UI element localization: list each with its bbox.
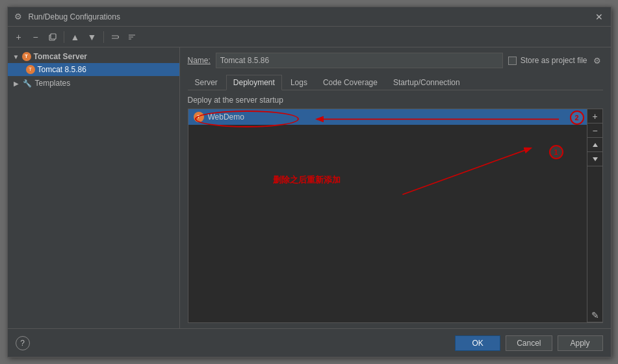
tab-server[interactable]: Server — [188, 75, 225, 90]
bottom-bar: ? OK Cancel Apply — [8, 328, 611, 357]
tree-item-templates[interactable]: ▶ 🔧 Templates — [8, 76, 179, 90]
tree-templates-label: Templates — [35, 79, 71, 88]
main-content: ▼ T Tomcat Server T Tomcat 8.5.86 ▶ 🔧 Te… — [8, 47, 611, 328]
tree-group-tomcat[interactable]: ▼ T Tomcat Server — [8, 50, 179, 63]
store-project-label: Store as project file — [521, 56, 587, 65]
store-project-checkbox[interactable] — [508, 57, 517, 65]
add-button[interactable]: + — [12, 30, 26, 44]
svg-rect-1 — [51, 34, 56, 39]
tree-item-tomcat[interactable]: T Tomcat 8.5.86 — [8, 63, 179, 76]
tree-item-label: Tomcat 8.5.86 — [38, 65, 86, 74]
toolbar: + − ▲ ▼ — [8, 27, 611, 47]
ok-button[interactable]: OK — [455, 335, 500, 351]
apply-button[interactable]: Apply — [558, 335, 603, 351]
name-label: Name: — [188, 56, 211, 65]
side-buttons: + − ✎ — [587, 109, 602, 322]
right-panel: Name: Store as project file ⚙ Server Dep… — [180, 47, 611, 328]
sort-button[interactable] — [125, 30, 139, 44]
left-panel: ▼ T Tomcat Server T Tomcat 8.5.86 ▶ 🔧 Te… — [8, 47, 180, 328]
title-bar: ⚙ Run/Debug Configurations ✕ — [8, 7, 611, 27]
tab-code-coverage[interactable]: Code Coverage — [316, 75, 385, 90]
tree-expand-arrow: ▼ — [12, 52, 21, 61]
store-project-gear[interactable]: ⚙ — [591, 55, 603, 66]
toolbar-separator2 — [103, 31, 104, 43]
up-button[interactable]: ▲ — [68, 30, 83, 44]
arrow-up-deploy-button[interactable] — [587, 138, 603, 152]
deploy-section-label: Deploy at the server startup — [188, 96, 603, 105]
remove-deploy-button[interactable]: − — [587, 124, 603, 138]
deploy-list: T WebDemo — [188, 109, 587, 322]
help-button[interactable]: ? — [16, 336, 30, 350]
deploy-item-icon: T — [194, 112, 204, 122]
arrow-down-deploy-button[interactable] — [587, 152, 603, 166]
deploy-item-name: WebDemo — [208, 112, 244, 122]
run-debug-dialog: ⚙ Run/Debug Configurations ✕ + − ▲ ▼ ▼ T… — [7, 6, 612, 358]
deploy-item-webdemo[interactable]: T WebDemo — [188, 109, 587, 125]
tab-startup-connection[interactable]: Startup/Connection — [386, 75, 467, 90]
tab-logs[interactable]: Logs — [283, 75, 315, 90]
tabs-bar: Server Deployment Logs Code Coverage Sta… — [188, 75, 603, 90]
cancel-button[interactable]: Cancel — [506, 335, 552, 351]
close-button[interactable]: ✕ — [593, 12, 606, 22]
templates-icon: 🔧 — [22, 78, 32, 88]
tree-templates-arrow: ▶ — [12, 79, 21, 88]
tab-deployment[interactable]: Deployment — [226, 75, 282, 90]
tomcat-item-icon: T — [26, 65, 35, 74]
dialog-icon: ⚙ — [13, 12, 23, 22]
tree-group-label: Tomcat Server — [34, 52, 87, 61]
tab-content: Deploy at the server startup T WebDemo +… — [188, 96, 603, 323]
edit-deploy-button[interactable]: ✎ — [587, 308, 603, 322]
remove-button[interactable]: − — [29, 30, 43, 44]
move-button[interactable] — [108, 30, 122, 44]
name-input[interactable] — [216, 53, 503, 68]
tomcat-group-icon: T — [22, 52, 31, 61]
name-row: Name: Store as project file ⚙ — [188, 53, 603, 68]
add-deploy-button[interactable]: + — [587, 109, 603, 124]
copy-button[interactable] — [45, 30, 60, 44]
bottom-right-buttons: OK Cancel Apply — [455, 335, 602, 351]
toolbar-separator — [64, 31, 64, 43]
down-button[interactable]: ▼ — [85, 30, 99, 44]
dialog-title: Run/Debug Configurations — [29, 12, 587, 21]
store-project-row: Store as project file ⚙ — [508, 55, 603, 66]
deploy-list-area: T WebDemo + − ✎ — [188, 109, 603, 323]
